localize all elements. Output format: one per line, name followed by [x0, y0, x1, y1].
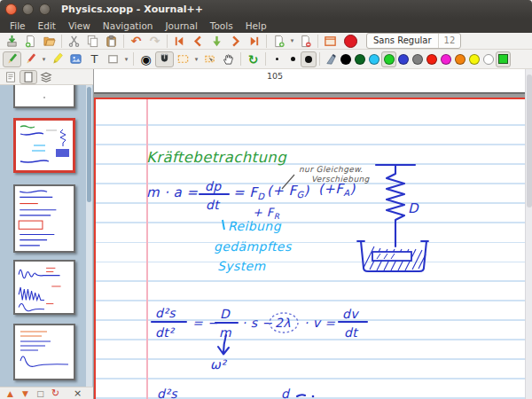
- color-swatch-light-blue[interactable]: [367, 51, 381, 67]
- select-object-button[interactable]: [200, 51, 219, 67]
- color-swatch-red[interactable]: [425, 51, 439, 67]
- tools-toolbar: ▾ T ▾ ◉ ▾ ↻: [0, 50, 532, 69]
- title-bar: Physics.xopp - Xournal++: [0, 0, 532, 19]
- new-document-button[interactable]: [21, 33, 40, 49]
- color-chooser-button[interactable]: [323, 51, 339, 67]
- current-page[interactable]: [94, 98, 525, 399]
- menu-view[interactable]: View: [62, 19, 97, 33]
- thickness-medium-button[interactable]: [285, 51, 301, 67]
- undo-button[interactable]: ↶: [127, 33, 145, 49]
- menu-journal[interactable]: Journal: [159, 19, 203, 33]
- snapping-button[interactable]: [155, 51, 174, 67]
- thickness-fine-button[interactable]: [269, 51, 285, 67]
- menu-edit[interactable]: Edit: [32, 19, 62, 33]
- toolbar-separator: [61, 35, 62, 48]
- last-page-button[interactable]: [245, 33, 263, 49]
- chevron-right-icon: [229, 35, 242, 48]
- sidebar-scrollbar[interactable]: [86, 85, 92, 387]
- document-canvas: 105 Kräftebetrachtung nur Gleichgew. Ver…: [93, 69, 532, 399]
- first-page-button[interactable]: [170, 33, 189, 49]
- thumbnail-content: [16, 121, 73, 170]
- text-tool-icon: T: [91, 53, 98, 65]
- menu-navigation[interactable]: Navigation: [97, 19, 160, 33]
- minimize-window-button[interactable]: [22, 4, 34, 15]
- sidebar-tab-page-preview[interactable]: [20, 70, 37, 84]
- refresh-icon: ↻: [248, 53, 259, 66]
- color-swatch-dark-green[interactable]: [353, 51, 367, 67]
- footer-refresh-button[interactable]: ↻: [48, 387, 63, 399]
- add-page-icon: [272, 35, 286, 48]
- image-tool-button[interactable]: [66, 51, 85, 67]
- main-area: ▲ ▼ □ ↻ × 105 Kräftebetrachtung nur Glei: [0, 69, 532, 399]
- page-thumbnail-1[interactable]: [13, 85, 75, 108]
- delete-page-button[interactable]: [296, 33, 315, 49]
- cut-button[interactable]: [65, 33, 83, 49]
- font-size-field[interactable]: 12: [439, 34, 461, 48]
- copy-button[interactable]: [83, 33, 102, 49]
- save-icon: [5, 35, 19, 48]
- menu-tools[interactable]: Tools: [204, 19, 239, 33]
- color-swatch-yellow[interactable]: [467, 51, 481, 67]
- add-page-dropdown[interactable]: ▾: [288, 37, 296, 44]
- color-swatch-black[interactable]: [339, 51, 353, 67]
- add-page-button[interactable]: [270, 33, 288, 49]
- rectangle-shape-icon: [106, 52, 120, 66]
- footer-close-button[interactable]: ×: [70, 387, 85, 399]
- next-annotated-page-button[interactable]: [207, 33, 226, 49]
- record-audio-button[interactable]: [340, 33, 361, 49]
- page-thumbnail-2[interactable]: [13, 118, 75, 173]
- redo-icon: ↷: [150, 35, 160, 47]
- highlighter-tool-button[interactable]: [48, 51, 66, 67]
- footer-down-button[interactable]: ▼: [18, 389, 33, 398]
- thumbnail-content: [15, 325, 74, 379]
- previous-page-bottom[interactable]: 105: [94, 69, 525, 92]
- paste-button[interactable]: [102, 33, 121, 49]
- color-swatch-green[interactable]: [381, 51, 396, 67]
- footer-up-button[interactable]: ▲: [3, 389, 18, 398]
- text-tool-button[interactable]: T: [85, 51, 104, 67]
- shape-tool-button[interactable]: [104, 51, 122, 67]
- maximize-window-button[interactable]: [39, 4, 51, 15]
- fullscreen-button[interactable]: [321, 33, 340, 49]
- page-thumbnail-5[interactable]: [13, 324, 75, 380]
- sidebar-scrollbar-thumb[interactable]: [87, 87, 91, 202]
- canvas-scrollbar[interactable]: [525, 69, 532, 399]
- select-dropdown[interactable]: ▾: [192, 56, 200, 63]
- redo-button[interactable]: ↷: [145, 33, 164, 49]
- swatch-icon: [340, 54, 351, 65]
- sidebar-tab-contents[interactable]: [2, 70, 20, 84]
- font-selector[interactable]: Sans Regular 12: [366, 33, 461, 49]
- footer-pages-button[interactable]: □: [33, 389, 48, 398]
- previous-page-button[interactable]: [189, 33, 207, 49]
- custom-color-button[interactable]: [496, 51, 511, 67]
- save-button[interactable]: [3, 33, 21, 49]
- thickness-thick-button[interactable]: [301, 51, 317, 67]
- sidebar-tab-layers[interactable]: [37, 70, 55, 84]
- open-button[interactable]: [40, 33, 59, 49]
- toolbar-separator: [266, 35, 267, 48]
- shape-dropdown[interactable]: ▾: [122, 56, 130, 63]
- color-swatch-orange[interactable]: [453, 51, 467, 67]
- page-thumbnail-4[interactable]: [13, 260, 75, 315]
- font-name[interactable]: Sans Regular: [367, 34, 439, 48]
- color-swatch-gray[interactable]: [411, 51, 425, 67]
- eraser-dropdown[interactable]: ▾: [40, 56, 48, 63]
- default-tool-button[interactable]: ↻: [244, 51, 262, 67]
- pen-tool-button[interactable]: [3, 51, 21, 67]
- color-swatch-magenta[interactable]: [439, 51, 453, 67]
- color-swatch-white[interactable]: [481, 51, 496, 67]
- swatch-icon: [469, 54, 480, 65]
- shape-recognizer-button[interactable]: ◉: [137, 51, 155, 67]
- menu-help[interactable]: Help: [239, 19, 273, 33]
- color-swatch-blue[interactable]: [396, 51, 411, 67]
- canvas-scrollbar-thumb[interactable]: [527, 74, 532, 207]
- eraser-tool-button[interactable]: [21, 51, 40, 67]
- page-thumbnail-3[interactable]: [13, 184, 75, 253]
- thumbnail-content: [15, 85, 74, 106]
- select-rect-button[interactable]: [174, 51, 192, 67]
- menu-file[interactable]: File: [4, 19, 32, 33]
- hand-tool-button[interactable]: [219, 51, 238, 67]
- close-window-button[interactable]: [5, 4, 17, 15]
- delete-page-icon: [299, 35, 312, 48]
- next-page-button[interactable]: [226, 33, 245, 49]
